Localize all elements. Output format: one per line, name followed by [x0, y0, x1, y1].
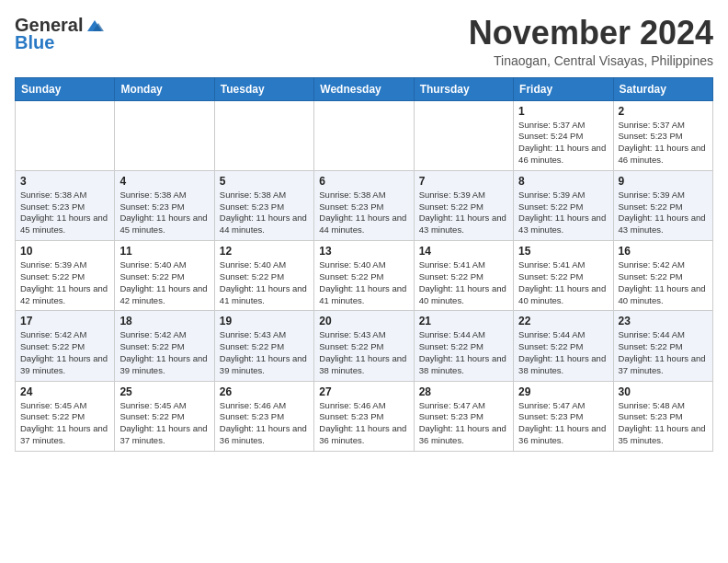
day-number: 25 — [119, 385, 209, 398]
calendar-week-row: 24Sunrise: 5:45 AMSunset: 5:22 PMDayligh… — [16, 381, 713, 451]
day-number: 10 — [20, 245, 109, 258]
day-number: 30 — [619, 385, 708, 398]
day-info: Sunrise: 5:42 AMSunset: 5:22 PMDaylight:… — [619, 259, 708, 306]
calendar-cell: 18Sunrise: 5:42 AMSunset: 5:22 PMDayligh… — [115, 311, 214, 381]
day-info: Sunrise: 5:45 AMSunset: 5:22 PMDaylight:… — [119, 400, 209, 447]
day-number: 4 — [119, 175, 209, 188]
day-number: 18 — [119, 315, 209, 327]
weekday-header: Monday — [115, 77, 214, 100]
day-info: Sunrise: 5:47 AMSunset: 5:23 PMDaylight:… — [518, 400, 608, 447]
day-info: Sunrise: 5:39 AMSunset: 5:22 PMDaylight:… — [518, 190, 608, 236]
day-number: 7 — [419, 175, 508, 188]
calendar-cell: 11Sunrise: 5:40 AMSunset: 5:22 PMDayligh… — [115, 241, 214, 311]
day-number: 3 — [20, 175, 109, 188]
day-number: 28 — [419, 385, 508, 398]
day-number: 29 — [518, 385, 608, 398]
calendar-cell: 3Sunrise: 5:38 AMSunset: 5:23 PMDaylight… — [16, 170, 115, 240]
day-number: 20 — [319, 315, 408, 327]
calendar-cell: 8Sunrise: 5:39 AMSunset: 5:22 PMDaylight… — [514, 170, 613, 240]
calendar-cell: 10Sunrise: 5:39 AMSunset: 5:22 PMDayligh… — [16, 241, 115, 311]
calendar-cell — [16, 100, 115, 170]
day-number: 6 — [319, 175, 408, 188]
logo-icon — [84, 18, 104, 33]
day-info: Sunrise: 5:44 AMSunset: 5:22 PMDaylight:… — [419, 329, 508, 376]
calendar-cell: 23Sunrise: 5:44 AMSunset: 5:22 PMDayligh… — [613, 311, 712, 381]
weekday-header-row: SundayMondayTuesdayWednesdayThursdayFrid… — [16, 77, 713, 100]
calendar-cell: 25Sunrise: 5:45 AMSunset: 5:22 PMDayligh… — [115, 381, 214, 451]
day-info: Sunrise: 5:39 AMSunset: 5:22 PMDaylight:… — [419, 190, 508, 236]
day-info: Sunrise: 5:40 AMSunset: 5:22 PMDaylight:… — [220, 259, 309, 306]
calendar-table: SundayMondayTuesdayWednesdayThursdayFrid… — [15, 77, 713, 452]
day-number: 22 — [518, 315, 608, 327]
page-header: General Blue November 2024 Tinaogan, Cen… — [15, 15, 713, 68]
day-info: Sunrise: 5:38 AMSunset: 5:23 PMDaylight:… — [20, 190, 109, 236]
calendar-cell: 14Sunrise: 5:41 AMSunset: 5:22 PMDayligh… — [414, 241, 513, 311]
day-number: 12 — [220, 245, 309, 258]
calendar-cell: 7Sunrise: 5:39 AMSunset: 5:22 PMDaylight… — [414, 170, 513, 240]
calendar-cell: 22Sunrise: 5:44 AMSunset: 5:22 PMDayligh… — [514, 311, 613, 381]
weekday-header: Sunday — [16, 77, 115, 100]
day-info: Sunrise: 5:44 AMSunset: 5:22 PMDaylight:… — [518, 329, 608, 376]
day-number: 19 — [220, 315, 309, 327]
calendar-cell: 4Sunrise: 5:38 AMSunset: 5:23 PMDaylight… — [115, 170, 214, 240]
calendar-week-row: 17Sunrise: 5:42 AMSunset: 5:22 PMDayligh… — [16, 311, 713, 381]
day-number: 1 — [518, 105, 608, 118]
calendar-cell: 17Sunrise: 5:42 AMSunset: 5:22 PMDayligh… — [16, 311, 115, 381]
day-number: 13 — [319, 245, 408, 258]
day-number: 2 — [619, 105, 708, 118]
day-number: 15 — [518, 245, 608, 258]
day-info: Sunrise: 5:46 AMSunset: 5:23 PMDaylight:… — [319, 400, 408, 447]
calendar-cell: 21Sunrise: 5:44 AMSunset: 5:22 PMDayligh… — [414, 311, 513, 381]
weekday-header: Saturday — [613, 77, 712, 100]
day-number: 21 — [419, 315, 508, 327]
day-info: Sunrise: 5:47 AMSunset: 5:23 PMDaylight:… — [419, 400, 508, 447]
day-info: Sunrise: 5:46 AMSunset: 5:23 PMDaylight:… — [220, 400, 309, 447]
calendar-cell: 1Sunrise: 5:37 AMSunset: 5:24 PMDaylight… — [514, 100, 613, 170]
calendar-cell: 13Sunrise: 5:40 AMSunset: 5:22 PMDayligh… — [314, 241, 414, 311]
calendar-cell — [314, 100, 414, 170]
day-number: 16 — [619, 245, 708, 258]
calendar-cell: 28Sunrise: 5:47 AMSunset: 5:23 PMDayligh… — [414, 381, 513, 451]
day-info: Sunrise: 5:43 AMSunset: 5:22 PMDaylight:… — [319, 329, 408, 376]
day-number: 17 — [20, 315, 109, 327]
calendar-cell: 19Sunrise: 5:43 AMSunset: 5:22 PMDayligh… — [214, 311, 313, 381]
calendar-cell: 16Sunrise: 5:42 AMSunset: 5:22 PMDayligh… — [613, 241, 712, 311]
day-info: Sunrise: 5:40 AMSunset: 5:22 PMDaylight:… — [119, 259, 209, 306]
calendar-cell: 2Sunrise: 5:37 AMSunset: 5:23 PMDaylight… — [613, 100, 712, 170]
day-number: 23 — [619, 315, 708, 327]
day-number: 8 — [518, 175, 608, 188]
day-number: 5 — [220, 175, 309, 188]
day-info: Sunrise: 5:42 AMSunset: 5:22 PMDaylight:… — [119, 329, 209, 376]
location: Tinaogan, Central Visayas, Philippines — [469, 53, 713, 68]
calendar-cell — [115, 100, 214, 170]
day-number: 24 — [20, 385, 109, 398]
calendar-cell: 24Sunrise: 5:45 AMSunset: 5:22 PMDayligh… — [16, 381, 115, 451]
calendar-cell: 6Sunrise: 5:38 AMSunset: 5:23 PMDaylight… — [314, 170, 414, 240]
calendar-cell — [414, 100, 513, 170]
calendar-cell — [214, 100, 313, 170]
day-info: Sunrise: 5:43 AMSunset: 5:22 PMDaylight:… — [220, 329, 309, 376]
calendar-cell: 15Sunrise: 5:41 AMSunset: 5:22 PMDayligh… — [514, 241, 613, 311]
calendar-cell: 29Sunrise: 5:47 AMSunset: 5:23 PMDayligh… — [514, 381, 613, 451]
day-number: 9 — [619, 175, 708, 188]
day-info: Sunrise: 5:39 AMSunset: 5:22 PMDaylight:… — [20, 259, 109, 306]
day-info: Sunrise: 5:41 AMSunset: 5:22 PMDaylight:… — [419, 259, 508, 306]
day-info: Sunrise: 5:38 AMSunset: 5:23 PMDaylight:… — [119, 190, 209, 236]
day-info: Sunrise: 5:38 AMSunset: 5:23 PMDaylight:… — [220, 190, 309, 236]
calendar-cell: 20Sunrise: 5:43 AMSunset: 5:22 PMDayligh… — [314, 311, 414, 381]
calendar-cell: 12Sunrise: 5:40 AMSunset: 5:22 PMDayligh… — [214, 241, 313, 311]
weekday-header: Friday — [514, 77, 613, 100]
calendar-cell: 9Sunrise: 5:39 AMSunset: 5:22 PMDaylight… — [613, 170, 712, 240]
day-number: 27 — [319, 385, 408, 398]
logo-blue: Blue — [15, 32, 54, 53]
calendar-week-row: 3Sunrise: 5:38 AMSunset: 5:23 PMDaylight… — [16, 170, 713, 240]
day-info: Sunrise: 5:40 AMSunset: 5:22 PMDaylight:… — [319, 259, 408, 306]
logo: General Blue — [15, 15, 105, 53]
calendar-week-row: 1Sunrise: 5:37 AMSunset: 5:24 PMDaylight… — [16, 100, 713, 170]
day-info: Sunrise: 5:39 AMSunset: 5:22 PMDaylight:… — [619, 190, 708, 236]
day-info: Sunrise: 5:44 AMSunset: 5:22 PMDaylight:… — [619, 329, 708, 376]
day-info: Sunrise: 5:38 AMSunset: 5:23 PMDaylight:… — [319, 190, 408, 236]
day-number: 11 — [119, 245, 209, 258]
calendar-cell: 26Sunrise: 5:46 AMSunset: 5:23 PMDayligh… — [214, 381, 313, 451]
weekday-header: Tuesday — [214, 77, 313, 100]
